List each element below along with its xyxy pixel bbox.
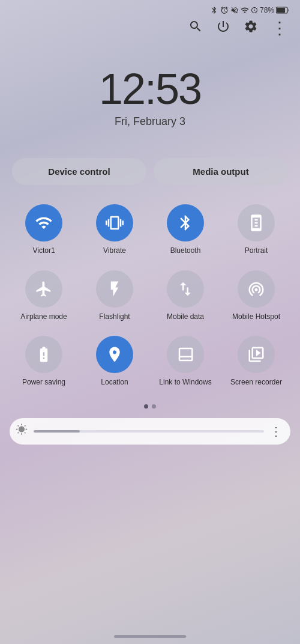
battery-percent: 78%	[260, 6, 274, 14]
pagination-dot-1	[144, 404, 148, 409]
airplane-label: Airplane mode	[20, 312, 67, 322]
location-toggle-circle[interactable]	[96, 336, 133, 373]
media-output-button[interactable]: Media output	[154, 158, 288, 185]
search-icon[interactable]	[188, 19, 203, 37]
bluetooth-label: Bluetooth	[170, 246, 201, 256]
linktowindows-label: Link to Windows	[159, 378, 211, 387]
home-indicator[interactable]	[114, 635, 186, 638]
toggle-grid: Victor1 Vibrate Bluetooth Portrait Airpl…	[0, 199, 300, 392]
linktowindows-toggle[interactable]: Link to Windows	[151, 331, 220, 392]
brightness-track[interactable]	[34, 430, 264, 433]
portrait-label: Portrait	[245, 246, 268, 256]
clock-date: Fri, February 3	[0, 115, 300, 128]
brightness-fill	[34, 430, 80, 433]
linktowindows-toggle-circle[interactable]	[167, 336, 204, 373]
mobiledata-toggle[interactable]: Mobile data	[151, 266, 220, 327]
device-control-button[interactable]: Device control	[12, 158, 146, 185]
mobiledata-label: Mobile data	[167, 312, 204, 322]
mobiledata-toggle-circle[interactable]	[167, 270, 204, 308]
brightness-more-icon[interactable]: ⋮	[270, 424, 282, 439]
bluetooth-toggle-circle[interactable]	[167, 204, 204, 242]
location-label: Location	[101, 378, 128, 387]
flashlight-label: Flashlight	[99, 312, 130, 322]
pagination-dot-2	[152, 404, 156, 409]
hotspot-toggle-circle[interactable]	[238, 270, 275, 308]
flashlight-toggle-circle[interactable]	[96, 270, 133, 308]
more-icon[interactable]: ⋮	[271, 20, 288, 37]
bluetooth-status-icon	[210, 6, 218, 14]
action-bar: ⋮	[0, 17, 300, 43]
brightness-bar[interactable]: ⋮	[10, 418, 290, 445]
pagination	[0, 392, 300, 418]
portrait-toggle[interactable]: Portrait	[222, 199, 290, 261]
vibrate-toggle[interactable]: Vibrate	[80, 199, 149, 261]
wifi-toggle[interactable]: Victor1	[10, 199, 78, 261]
power-icon[interactable]	[216, 19, 230, 37]
clock-time: 12:53	[0, 67, 300, 111]
bluetooth-toggle[interactable]: Bluetooth	[151, 199, 220, 261]
screenrecorder-toggle-circle[interactable]	[238, 336, 275, 373]
wifi-status-icon	[241, 6, 249, 14]
screenrecorder-label: Screen recorder	[230, 378, 282, 387]
powersaving-toggle-circle[interactable]	[25, 336, 62, 373]
portrait-toggle-circle[interactable]	[238, 204, 275, 242]
hotspot-toggle[interactable]: Mobile Hotspot	[222, 266, 290, 327]
powersaving-label: Power saving	[22, 378, 65, 387]
wifi-toggle-circle[interactable]	[25, 204, 62, 242]
powersaving-toggle[interactable]: Power saving	[10, 331, 78, 392]
wifi-label: Victor1	[32, 246, 55, 256]
status-icons: 78%	[210, 6, 289, 14]
hotspot-label: Mobile Hotspot	[232, 312, 280, 322]
quick-buttons: Device control Media output	[0, 158, 300, 199]
brightness-icon	[16, 424, 28, 439]
vibrate-label: Vibrate	[103, 246, 126, 256]
svg-rect-1	[277, 8, 285, 13]
clock-section: 12:53 Fri, February 3	[0, 43, 300, 158]
battery-icon	[276, 7, 289, 14]
airplane-toggle[interactable]: Airplane mode	[10, 266, 78, 327]
settings-icon[interactable]	[244, 19, 258, 37]
alarm-status-icon	[220, 6, 229, 14]
vibrate-toggle-circle[interactable]	[96, 204, 133, 242]
screenrecorder-toggle[interactable]: Screen recorder	[222, 331, 290, 392]
location-toggle[interactable]: Location	[80, 331, 149, 392]
mute-status-icon	[230, 6, 239, 14]
airplane-toggle-circle[interactable]	[25, 270, 62, 308]
flashlight-toggle[interactable]: Flashlight	[80, 266, 149, 327]
clock-status-icon	[251, 7, 258, 14]
status-bar: 78%	[0, 0, 300, 17]
